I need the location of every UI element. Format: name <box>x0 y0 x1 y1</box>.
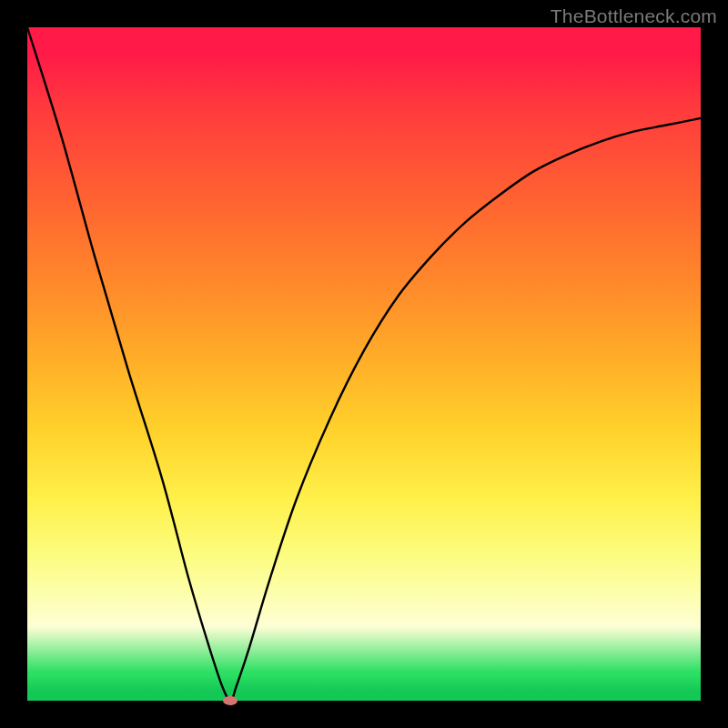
watermark-text: TheBottleneck.com <box>551 5 717 27</box>
bottleneck-curve <box>27 27 701 701</box>
chart-frame: TheBottleneck.com <box>0 0 728 728</box>
plot-area <box>27 27 701 701</box>
minimum-marker <box>223 696 238 705</box>
curve-svg <box>27 27 701 701</box>
